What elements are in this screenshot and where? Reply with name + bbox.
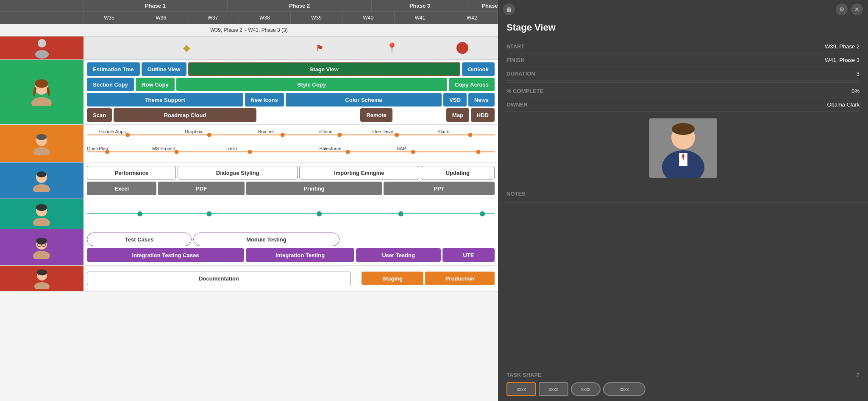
week-row: W35 W36 W37 W38 W39 W40 W41 W42: [0, 12, 498, 24]
scan-btn[interactable]: Scan: [87, 108, 112, 122]
svg-point-11: [281, 133, 285, 137]
svg-point-29: [137, 211, 142, 216]
start-row: START W39, Phase 2: [506, 40, 860, 53]
svg-point-1: [35, 50, 49, 59]
task-line-4: Scan Roadmap Cloud Remote Map HDD: [87, 108, 495, 122]
week-w38: W38: [239, 12, 291, 24]
milestone-track: ◆ ⚑ 📍 ✓: [83, 36, 498, 59]
shape-1-label: xxxx: [517, 387, 526, 392]
stage-view-btn[interactable]: Stage View: [188, 62, 460, 76]
row-6-content: Documentation Staging Production: [83, 266, 498, 291]
row-6: Documentation Staging Production: [0, 266, 498, 292]
avatar-green: [0, 60, 83, 124]
tooltip-row: W39, Phase 2 ~ W41, Phase 3 (3): [0, 24, 498, 36]
color-schema-btn[interactable]: Color Schema: [286, 93, 442, 107]
settings-button[interactable]: ⚙: [836, 3, 848, 15]
notes-section: NOTES: [498, 185, 868, 203]
svg-point-6: [33, 147, 50, 155]
shape-btn-1[interactable]: xxxx: [506, 382, 536, 396]
row-2-content: Google Apps Dropbox Box.net iCloud One D…: [83, 125, 498, 162]
tooltip-text: W39, Phase 2 ~ W41, Phase 3 (3): [210, 27, 287, 33]
person-avatar-5: [30, 236, 53, 259]
excel-btn[interactable]: Excel: [87, 182, 156, 195]
finish-value: W41, Phase 3: [825, 57, 860, 63]
week-w39: W39: [291, 12, 342, 24]
ppt-btn[interactable]: PPT: [384, 182, 495, 195]
svg-point-31: [317, 211, 322, 216]
row-4: [0, 199, 498, 229]
importing-emngine-btn[interactable]: Importing Emngine: [299, 166, 419, 179]
roadmap-cloud-btn[interactable]: Roadmap Cloud: [114, 108, 256, 122]
remote-btn[interactable]: Remote: [360, 108, 392, 122]
finish-row: FINISH W41, Phase 3: [506, 53, 860, 67]
news-btn[interactable]: News: [468, 93, 495, 107]
staging-btn[interactable]: Staging: [362, 272, 424, 285]
person-avatar-1: [28, 79, 56, 106]
test-cases-btn[interactable]: Test Cases: [87, 233, 192, 246]
integration-testing-cases-btn[interactable]: Integration Testing Cases: [87, 248, 244, 262]
pdf-btn[interactable]: PDF: [158, 182, 244, 195]
svg-point-21: [476, 150, 481, 154]
svg-point-13: [395, 133, 399, 137]
shape-2-label: xxxx: [549, 387, 558, 392]
phase-3: Phase 3: [372, 0, 468, 11]
dialogue-styling-btn[interactable]: Dialogue Styling: [178, 166, 298, 179]
user-testing-btn[interactable]: User Testing: [356, 248, 440, 262]
row-3-content: Performance Dialogue Styling Importing E…: [83, 163, 498, 199]
shape-btn-4[interactable]: xxxx: [603, 382, 645, 396]
map-btn[interactable]: Map: [446, 108, 469, 122]
milestone-avatar: [0, 36, 83, 59]
hdd-btn[interactable]: HDD: [471, 108, 495, 122]
gantt-panel: Phase 1 Phase 2 Phase 3 Phase 4 W35 W36 …: [0, 0, 498, 401]
outline-view-btn[interactable]: Outline View: [142, 62, 186, 76]
finish-label: FINISH: [506, 57, 525, 63]
shape-3-label: xxxx: [581, 387, 590, 392]
row-copy-btn[interactable]: Row Copy: [136, 78, 175, 91]
shape-btn-2[interactable]: xxxx: [539, 382, 568, 396]
timeline-svg-1: [87, 129, 495, 141]
updating-btn[interactable]: Updating: [421, 166, 495, 179]
duration-label: DURATION: [506, 70, 535, 77]
spacer: [498, 203, 868, 367]
performance-btn[interactable]: Performance: [87, 166, 176, 179]
style-copy-btn[interactable]: Style Copy: [176, 78, 448, 91]
phase-cells: Phase 1 Phase 2 Phase 3 Phase 4: [83, 0, 498, 11]
estimation-tree-btn[interactable]: Estimation Tree: [87, 62, 140, 76]
svg-point-42: [37, 269, 47, 275]
outlook-btn[interactable]: Outlook: [462, 62, 495, 76]
panel-title: Stage View: [498, 19, 868, 40]
check-icon: ✓: [456, 42, 468, 54]
start-value: W39, Phase 2: [825, 43, 860, 50]
section-copy-btn[interactable]: Section Copy: [87, 78, 134, 91]
avatar-teal: [0, 199, 83, 229]
task-line-perf: Performance Dialogue Styling Importing E…: [87, 166, 495, 179]
copy-across-btn[interactable]: Copy Across: [449, 78, 495, 91]
trash-icon: 🗑: [506, 6, 512, 13]
svg-point-10: [207, 133, 211, 137]
phase-row: Phase 1 Phase 2 Phase 3 Phase 4: [0, 0, 498, 12]
flag-icon: ⚑: [316, 43, 323, 53]
documentation-btn[interactable]: Documentation: [87, 272, 351, 285]
shape-btn-3[interactable]: xxxx: [571, 382, 601, 396]
person-icon-1: [31, 37, 53, 59]
week-w41: W41: [395, 12, 446, 24]
owner-row: OWNER Obama Clark: [506, 98, 860, 112]
person-avatar-3: [30, 169, 53, 192]
task-shape-help: ?: [856, 372, 860, 378]
module-testing-btn[interactable]: Module Testing: [193, 233, 339, 246]
ute-btn[interactable]: UTE: [442, 248, 495, 262]
svg-point-27: [36, 204, 47, 211]
new-icons-btn[interactable]: New Icons: [245, 93, 284, 107]
svg-point-32: [398, 211, 403, 216]
integration-testing-btn[interactable]: Integration Testing: [246, 248, 355, 262]
milestone-row: ◆ ⚑ 📍 ✓: [0, 36, 498, 60]
production-btn[interactable]: Production: [425, 272, 495, 285]
percent-value: 0%: [851, 88, 860, 94]
theme-support-btn[interactable]: Theme Support: [87, 93, 243, 107]
delete-button[interactable]: 🗑: [503, 3, 515, 15]
task-line-integration: Integration Testing Cases Integration Te…: [87, 248, 495, 262]
pin-icon: 📍: [386, 42, 398, 53]
printing-btn[interactable]: Printing: [246, 182, 382, 195]
close-button[interactable]: ✕: [851, 3, 863, 15]
vsd-btn[interactable]: VSD: [443, 93, 467, 107]
